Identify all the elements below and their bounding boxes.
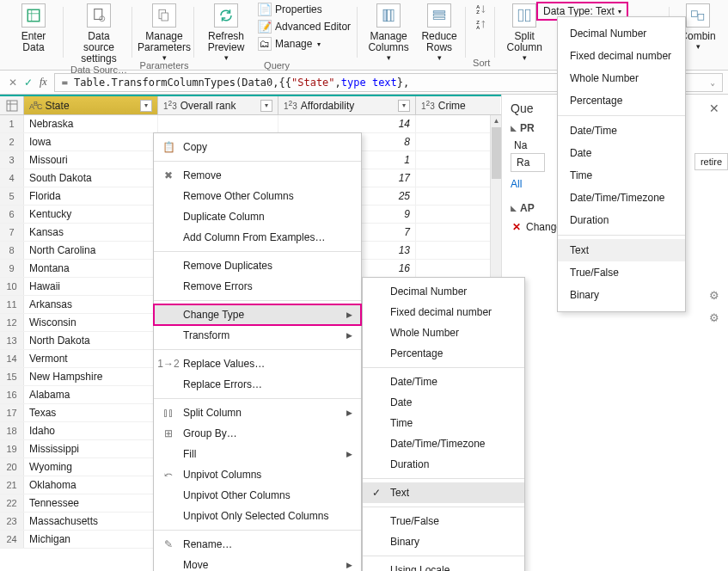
row-header[interactable]: 13 [0, 332, 24, 349]
manage-parameters-button[interactable]: Manage Parameters ▾ [139, 2, 189, 60]
row-header[interactable]: 4 [0, 169, 24, 187]
cell-state[interactable]: Texas [24, 404, 158, 421]
row-header[interactable]: 19 [0, 440, 24, 457]
cell-crime[interactable] [416, 242, 500, 259]
column-header-crime[interactable]: 123 Crime [416, 96, 500, 114]
menu-item[interactable]: Unpivot Other Columns [154, 485, 361, 506]
filter-button[interactable]: ▾ [140, 100, 152, 112]
cell-state[interactable]: Kentucky [24, 206, 158, 223]
menu-item[interactable]: Duration [363, 454, 524, 475]
menu-item[interactable]: Date [363, 392, 524, 413]
cell-crime[interactable] [416, 151, 500, 169]
column-header-state[interactable]: ABC State ▾ [24, 96, 158, 114]
cell-crime[interactable] [416, 206, 500, 223]
menu-item[interactable]: Percentage [558, 89, 685, 112]
delete-step-icon[interactable]: ✕ [512, 221, 521, 233]
manage-columns-button[interactable]: Manage Columns ▾ [364, 2, 413, 60]
scroll-up-icon[interactable]: ▲ [491, 115, 501, 127]
cell-state[interactable]: Michigan [24, 531, 158, 548]
cell-crime[interactable] [416, 224, 500, 241]
row-header[interactable]: 7 [0, 224, 24, 241]
cell-crime[interactable] [416, 169, 500, 187]
row-header[interactable]: 21 [0, 476, 24, 494]
menu-item[interactable]: True/False [558, 261, 685, 284]
cell-state[interactable]: Wisconsin [24, 314, 158, 331]
menu-item[interactable]: Date/Time/Timezone [558, 187, 685, 209]
cell-state[interactable]: Missouri [24, 151, 158, 169]
sort-desc-button[interactable]: ZA [474, 17, 489, 33]
step-settings-icon[interactable]: ⚙ [709, 311, 719, 324]
cell-state[interactable]: Oklahoma [24, 476, 158, 494]
cell-state[interactable]: Arkansas [24, 296, 158, 313]
close-icon[interactable]: ✕ [9, 77, 17, 89]
table-row[interactable]: 1 Nebraska 14 [0, 115, 501, 133]
properties-button[interactable]: 📄Properties [256, 2, 352, 17]
row-header[interactable]: 3 [0, 151, 24, 169]
cell-state[interactable]: Nebraska [24, 115, 158, 132]
step-settings-icon[interactable]: ⚙ [709, 289, 719, 302]
sort-asc-button[interactable]: AZ [474, 2, 489, 17]
row-header[interactable]: 14 [0, 350, 24, 367]
row-header[interactable]: 15 [0, 368, 24, 385]
cell-state[interactable]: Mississippi [24, 440, 158, 457]
menu-item[interactable]: Duration [558, 209, 685, 231]
row-header[interactable]: 22 [0, 494, 24, 512]
menu-item[interactable]: Date/Time [363, 371, 524, 392]
cell-state[interactable]: South Dakota [24, 169, 158, 187]
scroll-thumb[interactable] [492, 127, 501, 179]
cell-state[interactable]: Iowa [24, 133, 158, 150]
row-header[interactable]: 6 [0, 206, 24, 223]
menu-item[interactable]: Binary [558, 284, 685, 306]
menu-item[interactable]: Replace Errors… [154, 374, 361, 395]
menu-item[interactable]: Time [558, 164, 685, 187]
menu-item[interactable]: ⫿⫿Split Column▶ [154, 402, 361, 423]
reduce-rows-button[interactable]: Reduce Rows ▾ [418, 2, 461, 60]
cell-state[interactable]: Alabama [24, 386, 158, 403]
menu-item[interactable]: Percentage [363, 343, 524, 364]
cell-state[interactable]: North Dakota [24, 332, 158, 349]
cell-state[interactable]: New Hampshire [24, 368, 158, 385]
menu-item[interactable]: Remove Duplicates [154, 255, 361, 276]
cell-crime[interactable] [416, 260, 500, 277]
cell-state[interactable]: Florida [24, 187, 158, 205]
data-source-settings-button[interactable]: Data source settings [74, 2, 124, 64]
formula-expand-icon[interactable]: ⌄ [711, 78, 715, 87]
enter-data-button[interactable]: Enter Data [9, 2, 58, 53]
menu-item[interactable]: Remove Other Columns [154, 186, 361, 206]
row-header[interactable]: 2 [0, 133, 24, 150]
select-all-corner[interactable] [0, 96, 24, 114]
menu-item[interactable]: Change Type▶ [154, 304, 361, 325]
menu-item[interactable]: Fixed decimal number [558, 45, 685, 67]
cell-state[interactable]: Idaho [24, 422, 158, 439]
menu-item[interactable]: Add Column From Examples… [154, 227, 361, 248]
menu-item[interactable]: Whole Number [558, 67, 685, 89]
row-header[interactable]: 10 [0, 278, 24, 295]
cell-afford[interactable]: 14 [278, 115, 416, 132]
row-header[interactable]: 16 [0, 386, 24, 403]
row-header[interactable]: 12 [0, 314, 24, 331]
cell-state[interactable]: Hawaii [24, 278, 158, 295]
cell-state[interactable]: Montana [24, 260, 158, 277]
menu-item[interactable]: Date/Time [558, 120, 685, 142]
menu-item[interactable]: 📋Copy [154, 137, 361, 157]
menu-item[interactable]: ⤺Unpivot Columns [154, 464, 361, 485]
menu-item[interactable]: Fixed decimal number [363, 302, 524, 322]
filter-button[interactable]: ▾ [260, 100, 272, 112]
column-header-affordability[interactable]: 123 Affordability ▾ [278, 96, 416, 114]
menu-item[interactable]: Binary [363, 531, 524, 552]
menu-item[interactable]: ✎Rename… [154, 534, 361, 555]
menu-item[interactable]: ✓Text [363, 482, 524, 503]
menu-item[interactable]: Transform▶ [154, 325, 361, 346]
row-header[interactable]: 1 [0, 115, 24, 132]
cell-state[interactable]: Massachusetts [24, 513, 158, 530]
cell-crime[interactable] [416, 133, 500, 150]
column-header-overall-rank[interactable]: 123 Overall rank ▾ [158, 96, 278, 114]
menu-item[interactable]: Using Locale… [363, 560, 524, 571]
row-header[interactable]: 20 [0, 458, 24, 476]
advanced-editor-button[interactable]: 📝Advanced Editor [256, 19, 352, 34]
menu-item[interactable]: Text [558, 239, 685, 261]
row-header[interactable]: 8 [0, 242, 24, 259]
cell-state[interactable]: Vermont [24, 350, 158, 367]
menu-item[interactable]: Decimal Number [558, 22, 685, 45]
close-panel-button[interactable]: ✕ [709, 101, 719, 115]
